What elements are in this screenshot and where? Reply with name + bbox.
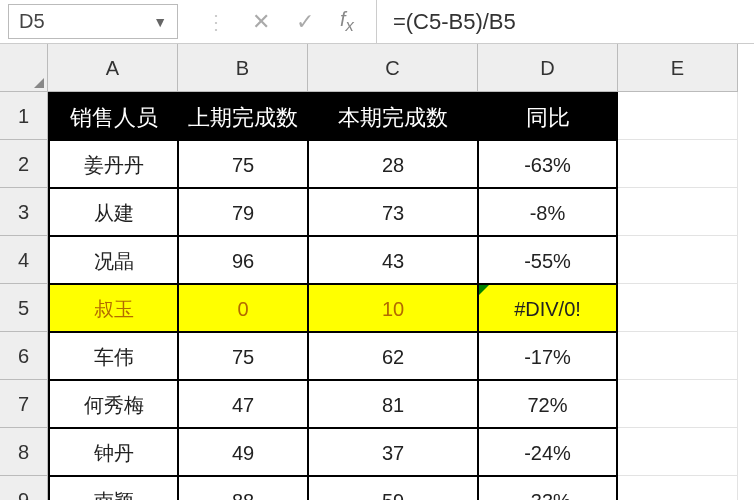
cell-e4[interactable] (618, 236, 738, 284)
cell-d4[interactable]: -55% (478, 236, 618, 284)
cell-c9[interactable]: 59 (308, 476, 478, 500)
cell-e3[interactable] (618, 188, 738, 236)
cell-d8[interactable]: -24% (478, 428, 618, 476)
cell-b1[interactable]: 上期完成数 (178, 92, 308, 140)
cell-e1[interactable] (618, 92, 738, 140)
cell-b5[interactable]: 0 (178, 284, 308, 332)
cell-c6[interactable]: 62 (308, 332, 478, 380)
cell-d3[interactable]: -8% (478, 188, 618, 236)
cell-a3[interactable]: 从建 (48, 188, 178, 236)
formula-buttons: ⋮ ✕ ✓ fx (184, 0, 376, 43)
cell-a8[interactable]: 钟丹 (48, 428, 178, 476)
cell-e5[interactable] (618, 284, 738, 332)
cell-e2[interactable] (618, 140, 738, 188)
col-header-e[interactable]: E (618, 44, 738, 92)
cell-d7[interactable]: 72% (478, 380, 618, 428)
cell-b9[interactable]: 88 (178, 476, 308, 500)
enter-icon[interactable]: ✓ (296, 9, 314, 35)
separator-icon: ⋮ (206, 10, 226, 34)
cell-e9[interactable] (618, 476, 738, 500)
cell-e8[interactable] (618, 428, 738, 476)
cell-d2[interactable]: -63% (478, 140, 618, 188)
cell-c3[interactable]: 73 (308, 188, 478, 236)
cell-a1[interactable]: 销售人员 (48, 92, 178, 140)
cell-d9[interactable]: -33% (478, 476, 618, 500)
cell-a7[interactable]: 何秀梅 (48, 380, 178, 428)
cell-b8[interactable]: 49 (178, 428, 308, 476)
name-box[interactable]: D5 ▼ (8, 4, 178, 39)
cancel-icon[interactable]: ✕ (252, 9, 270, 35)
col-header-d[interactable]: D (478, 44, 618, 92)
row-header-3[interactable]: 3 (0, 188, 48, 236)
select-all-corner[interactable] (0, 44, 48, 92)
row-header-8[interactable]: 8 (0, 428, 48, 476)
col-header-a[interactable]: A (48, 44, 178, 92)
fx-icon[interactable]: fx (340, 8, 354, 36)
row-header-2[interactable]: 2 (0, 140, 48, 188)
cell-d5[interactable]: #DIV/0! (478, 284, 618, 332)
cell-b2[interactable]: 75 (178, 140, 308, 188)
cell-e7[interactable] (618, 380, 738, 428)
cell-b3[interactable]: 79 (178, 188, 308, 236)
row-header-5[interactable]: 5 (0, 284, 48, 332)
cell-a5[interactable]: 叔玉 (48, 284, 178, 332)
cell-c1[interactable]: 本期完成数 (308, 92, 478, 140)
row-header-1[interactable]: 1 (0, 92, 48, 140)
col-header-b[interactable]: B (178, 44, 308, 92)
formula-input[interactable] (376, 0, 754, 43)
cell-d6[interactable]: -17% (478, 332, 618, 380)
cell-e6[interactable] (618, 332, 738, 380)
row-header-6[interactable]: 6 (0, 332, 48, 380)
cell-a9[interactable]: 南颖 (48, 476, 178, 500)
cell-c4[interactable]: 43 (308, 236, 478, 284)
cell-b4[interactable]: 96 (178, 236, 308, 284)
col-header-c[interactable]: C (308, 44, 478, 92)
row-header-9[interactable]: 9 (0, 476, 48, 500)
row-header-4[interactable]: 4 (0, 236, 48, 284)
cell-a2[interactable]: 姜丹丹 (48, 140, 178, 188)
cell-c8[interactable]: 37 (308, 428, 478, 476)
cell-a6[interactable]: 车伟 (48, 332, 178, 380)
cell-c7[interactable]: 81 (308, 380, 478, 428)
spreadsheet-grid: A B C D E 1 销售人员 上期完成数 本期完成数 同比 2 姜丹丹 75… (0, 44, 754, 500)
cell-d1[interactable]: 同比 (478, 92, 618, 140)
cell-a4[interactable]: 况晶 (48, 236, 178, 284)
cell-c5[interactable]: 10 (308, 284, 478, 332)
cell-b6[interactable]: 75 (178, 332, 308, 380)
cell-c2[interactable]: 28 (308, 140, 478, 188)
formula-bar: D5 ▼ ⋮ ✕ ✓ fx (0, 0, 754, 44)
row-header-7[interactable]: 7 (0, 380, 48, 428)
name-box-value: D5 (19, 10, 45, 33)
cell-b7[interactable]: 47 (178, 380, 308, 428)
dropdown-icon: ▼ (153, 14, 167, 30)
